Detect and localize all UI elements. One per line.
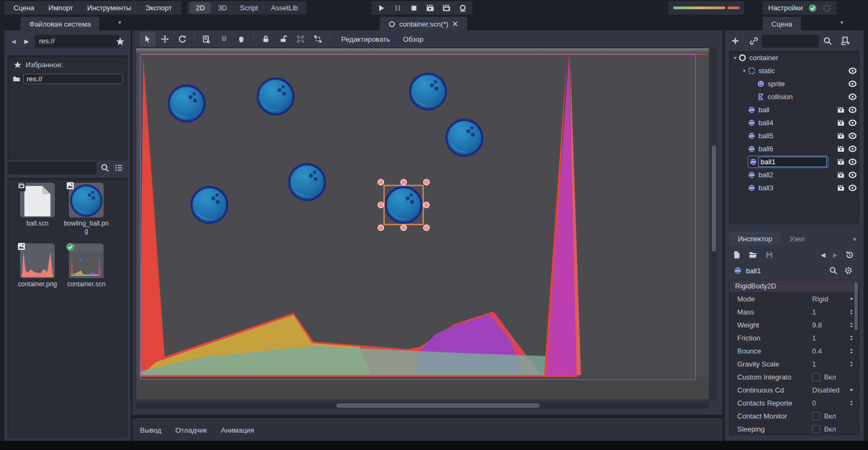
property-checkbox[interactable] — [812, 373, 820, 381]
vertical-scrollbar[interactable] — [711, 48, 717, 400]
open-instance-icon[interactable] — [837, 171, 845, 179]
open-instance-icon[interactable] — [837, 184, 845, 192]
open-instance-icon[interactable] — [837, 106, 845, 114]
tab-filesystem[interactable]: Файловая система — [21, 17, 99, 31]
close-icon[interactable] — [452, 21, 458, 27]
bottom-tab-1[interactable]: Отладчик — [175, 426, 207, 434]
tree-row-ball6[interactable]: ball6 — [730, 143, 859, 156]
visibility-eye-icon[interactable] — [848, 184, 857, 192]
list-select-tool[interactable] — [199, 32, 214, 46]
snap-tool[interactable] — [216, 32, 232, 46]
vertical-scrollbar-thumb[interactable] — [712, 145, 716, 252]
tree-row-ball1[interactable] — [730, 156, 859, 169]
tab-scene-file[interactable]: container.scn(*) — [380, 17, 467, 31]
tree-row-ball2[interactable]: ball2 — [730, 169, 859, 182]
inspector-dock-menu-icon[interactable]: ▾ — [853, 236, 858, 245]
workspace-assetlib[interactable]: AssetLib — [265, 2, 304, 14]
viewport-canvas[interactable] — [136, 48, 710, 400]
group-icon[interactable] — [293, 32, 308, 46]
property-row-9[interactable]: Contact Monitor Вкл — [730, 410, 859, 423]
property-row-10[interactable]: Sleeping Вкл — [730, 423, 859, 435]
horizontal-scrollbar-thumb[interactable] — [336, 403, 540, 408]
property-row-7[interactable]: Continuous CdDisabled — [730, 384, 859, 397]
inspector-forward-button[interactable]: ▶ — [833, 252, 838, 259]
open-instance-icon[interactable] — [837, 132, 845, 140]
visibility-eye-icon[interactable] — [848, 93, 857, 101]
property-row-8[interactable]: Contacts Reporte0 — [730, 397, 859, 410]
move-tool[interactable] — [157, 32, 173, 46]
property-row-5[interactable]: Gravity Scale1 — [730, 358, 859, 371]
tab-node[interactable]: Узел — [781, 232, 813, 245]
history-back-button[interactable]: ◀ — [8, 35, 20, 47]
spin-arrows-icon[interactable] — [848, 361, 854, 367]
inspector-scrollbar-thumb[interactable] — [854, 282, 858, 330]
spin-arrows-icon[interactable] — [848, 309, 854, 315]
list-view-icon[interactable] — [114, 163, 124, 172]
chevron-down-icon[interactable] — [848, 387, 854, 393]
property-row-2[interactable]: Weight9.8 — [730, 319, 859, 332]
pan-tool[interactable] — [234, 32, 249, 46]
tree-row-container[interactable]: ▾ container — [730, 52, 859, 65]
tree-row-ball5[interactable]: ball5 — [730, 130, 859, 143]
visibility-eye-icon[interactable] — [848, 119, 857, 127]
property-checkbox[interactable] — [812, 412, 820, 420]
lock-icon[interactable] — [258, 32, 273, 46]
rotate-tool[interactable] — [175, 32, 190, 46]
gear-icon[interactable] — [844, 266, 853, 275]
inspector-back-button[interactable]: ◀ — [821, 252, 825, 259]
visibility-eye-icon[interactable] — [848, 67, 857, 75]
save-resource-button[interactable] — [765, 250, 774, 259]
property-row-1[interactable]: Mass1 — [730, 306, 859, 319]
file-tile[interactable]: bowling_ball.png — [62, 183, 110, 235]
visibility-eye-icon[interactable] — [848, 80, 857, 88]
tree-row-static[interactable]: ▾ static — [730, 65, 859, 78]
open-instance-icon[interactable] — [837, 158, 845, 166]
workspace-2d[interactable]: 2D — [190, 2, 211, 14]
property-checkbox[interactable] — [812, 425, 820, 433]
menu-item-2[interactable]: Инструменты — [80, 2, 138, 14]
spin-arrows-icon[interactable] — [848, 335, 854, 341]
property-row-0[interactable]: ModeRigid — [730, 293, 859, 306]
open-instance-icon[interactable] — [837, 145, 845, 153]
attach-script-button[interactable] — [839, 35, 851, 47]
open-instance-icon[interactable] — [837, 119, 845, 127]
tree-row-ball[interactable]: ball — [730, 104, 859, 117]
file-tile[interactable]: container.png — [14, 243, 61, 288]
expander-icon[interactable]: ▾ — [741, 68, 748, 74]
filesystem-dock-menu-icon[interactable]: ▾ — [118, 19, 122, 26]
menu-item-1[interactable]: Импорт — [41, 2, 80, 14]
instance-scene-button[interactable] — [748, 35, 760, 47]
search-icon[interactable] — [822, 36, 832, 46]
history-forward-button[interactable]: ▶ — [21, 35, 33, 47]
filesystem-search-input[interactable] — [8, 162, 97, 175]
play-scene-button[interactable] — [426, 4, 435, 12]
chevron-down-icon[interactable] — [848, 296, 854, 302]
tab-scene-dock[interactable]: Сцена — [763, 17, 801, 31]
spin-arrows-icon[interactable] — [848, 400, 854, 406]
path-field[interactable]: res:// — [35, 35, 119, 48]
property-row-4[interactable]: Bounce0.4 — [730, 345, 859, 358]
remote-debug-icon[interactable] — [458, 4, 467, 12]
favorite-star-button[interactable] — [114, 35, 126, 47]
file-tile[interactable]: container.scn — [62, 243, 110, 288]
pause-button[interactable] — [393, 4, 402, 12]
ungroup-icon[interactable] — [310, 32, 326, 46]
settings-button[interactable]: Настройки — [768, 4, 803, 12]
history-icon[interactable] — [845, 250, 854, 259]
search-icon[interactable] — [829, 266, 838, 275]
menu-item-3[interactable]: Экспорт — [138, 2, 179, 14]
play-custom-scene-button[interactable] — [442, 4, 451, 12]
visibility-eye-icon[interactable] — [848, 132, 857, 140]
bottom-tab-2[interactable]: Анимация — [221, 426, 254, 434]
visibility-eye-icon[interactable] — [848, 145, 857, 153]
stop-button[interactable] — [410, 4, 418, 12]
property-row-3[interactable]: Friction1 — [730, 332, 859, 345]
expander-icon[interactable]: ▾ — [732, 55, 738, 61]
file-tile[interactable]: ball.scn — [14, 183, 61, 227]
spin-arrows-icon[interactable] — [848, 322, 854, 328]
scene-dock-menu-icon[interactable]: ▾ — [840, 19, 844, 26]
select-tool[interactable] — [140, 32, 155, 46]
tree-row-collision[interactable]: collision — [730, 91, 859, 104]
horizontal-scrollbar[interactable] — [136, 402, 710, 409]
tree-row-ball3[interactable]: ball3 — [730, 182, 859, 195]
